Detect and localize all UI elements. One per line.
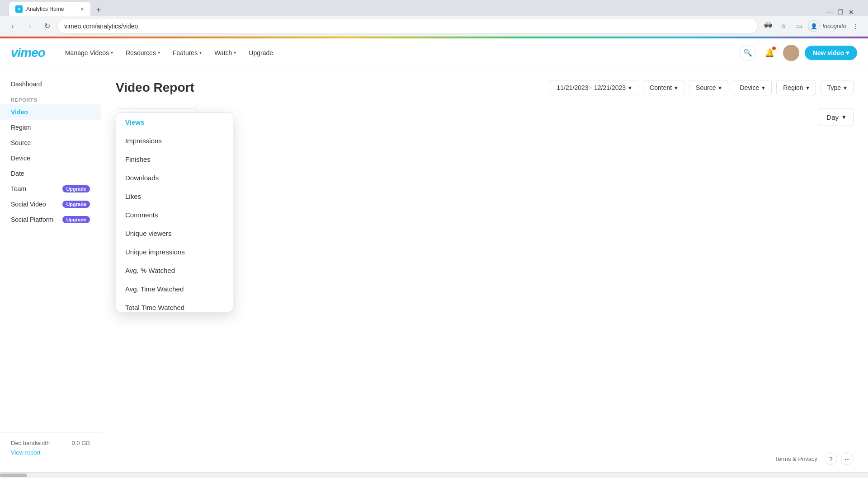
user-avatar[interactable] <box>783 45 799 61</box>
sidebar-item-team[interactable]: Team Upgrade <box>0 181 101 197</box>
bookmark-icon[interactable]: ☆ <box>777 20 790 33</box>
nav-manage-videos[interactable]: Manage Videos ▾ <box>60 46 118 60</box>
dropdown-item-avg-pct-watched[interactable]: Avg. % Watched <box>116 261 233 280</box>
page-header: Video Report 11/21/2023 - 12/21/2023 ▾ C… <box>116 80 854 95</box>
dropdown-item-downloads[interactable]: Downloads <box>116 169 233 187</box>
new-tab-button[interactable]: + <box>92 4 105 16</box>
device-filter[interactable]: Device ▾ <box>733 80 772 95</box>
nav-features[interactable]: Features ▾ <box>167 46 207 60</box>
chevron-down-icon: ▾ <box>111 50 113 55</box>
sidebar-item-video[interactable]: Video <box>0 104 101 120</box>
sidebar: Dashboard REPORTS Video Region Source De… <box>0 67 101 472</box>
chevron-down-icon: ▾ <box>806 84 809 91</box>
dropdown-item-unique-impressions[interactable]: Unique impressions <box>116 243 233 261</box>
chevron-down-icon: ▾ <box>234 50 236 55</box>
sidebar-icon[interactable]: ▭ <box>793 20 805 33</box>
help-icon[interactable]: ? <box>825 452 837 465</box>
tab-close-button[interactable]: × <box>80 5 84 13</box>
chevron-down-icon: ▾ <box>628 84 632 91</box>
new-video-button[interactable]: New video ▾ <box>805 46 857 60</box>
dropdown-item-avg-time-watched[interactable]: Avg. Time Watched <box>116 280 233 298</box>
bandwidth-value: 0.0 GB <box>72 440 90 446</box>
minimize-button[interactable]: — <box>826 8 834 16</box>
scrollbar-thumb[interactable] <box>0 474 27 477</box>
sidebar-item-social-video[interactable]: Social Video Upgrade <box>0 197 101 212</box>
upgrade-badge-social-platform[interactable]: Upgrade <box>62 216 90 223</box>
source-filter[interactable]: Source ▾ <box>689 80 728 95</box>
dropdown-item-total-time-watched[interactable]: Total Time Watched <box>116 298 233 312</box>
menu-icon[interactable]: ⋮ <box>849 20 862 33</box>
chevron-down-icon: ▾ <box>842 113 846 121</box>
chevron-down-icon: ▾ <box>762 84 765 91</box>
metric-dropdown-menu: Views Impressions Finishes Downloads Lik… <box>116 113 233 312</box>
time-granularity-dropdown[interactable]: Day ▾ <box>819 108 854 126</box>
bandwidth-label: Dec bandwidth <box>11 440 50 446</box>
sidebar-item-source[interactable]: Source <box>0 135 101 150</box>
dropdown-item-views[interactable]: Views <box>116 113 233 131</box>
sidebar-item-device[interactable]: Device <box>0 150 101 166</box>
nav-watch[interactable]: Watch ▾ <box>209 46 241 60</box>
close-button[interactable]: ✕ <box>847 8 855 16</box>
page-title: Video Report <box>116 80 194 95</box>
nav-resources[interactable]: Resources ▾ <box>120 46 165 60</box>
main-content: Video Report 11/21/2023 - 12/21/2023 ▾ C… <box>101 67 868 472</box>
back-button[interactable]: ‹ <box>6 20 19 33</box>
dropdown-item-unique-viewers[interactable]: Unique viewers <box>116 224 233 243</box>
region-filter[interactable]: Region ▾ <box>776 80 816 95</box>
dropdown-item-comments[interactable]: Comments <box>116 206 233 224</box>
profile-icon[interactable]: 👤 <box>808 20 820 32</box>
chevron-down-icon: ▾ <box>675 84 678 91</box>
chevron-down-icon: ▾ <box>158 50 160 55</box>
more-options-icon[interactable]: ··· <box>841 452 854 465</box>
chevron-down-icon: ▾ <box>199 50 202 55</box>
chevron-down-icon: ▾ <box>718 84 722 91</box>
horizontal-scrollbar[interactable] <box>0 472 868 478</box>
tab-title: Analytics Home <box>26 6 77 12</box>
type-filter[interactable]: Type ▾ <box>821 80 854 95</box>
footer-icons: ? ··· <box>825 452 854 465</box>
view-report-link[interactable]: View report <box>11 449 90 456</box>
notifications-button[interactable]: 🔔 <box>761 45 778 61</box>
dropdown-item-finishes[interactable]: Finishes <box>116 150 233 169</box>
content-filter[interactable]: Content ▾ <box>643 80 684 95</box>
site-header: vimeo Manage Videos ▾ Resources ▾ Featur… <box>0 38 868 67</box>
nav-upgrade[interactable]: Upgrade <box>243 46 278 60</box>
filter-bar: 11/21/2023 - 12/21/2023 ▾ Content ▾ Sour… <box>550 80 854 95</box>
vimeo-logo[interactable]: vimeo <box>11 46 45 60</box>
upgrade-badge-team[interactable]: Upgrade <box>62 185 90 192</box>
header-right: 🔍 🔔 New video ▾ <box>740 45 857 61</box>
search-button[interactable]: 🔍 <box>740 45 756 61</box>
date-filter[interactable]: 11/21/2023 - 12/21/2023 ▾ <box>550 80 638 95</box>
dropdown-scroll-area[interactable]: Views Impressions Finishes Downloads Lik… <box>116 113 233 312</box>
sidebar-footer: Dec bandwidth 0.0 GB View report <box>0 432 101 463</box>
incognito-icon: 🕶 <box>762 20 774 33</box>
forward-button[interactable]: › <box>24 20 36 33</box>
incognito-label: Incognito <box>822 23 846 29</box>
sidebar-item-date[interactable]: Date <box>0 166 101 181</box>
reports-section-label: REPORTS <box>0 92 101 104</box>
browser-tab[interactable]: V Analytics Home × <box>9 2 90 16</box>
notification-badge <box>772 47 776 50</box>
sidebar-item-region[interactable]: Region <box>0 120 101 135</box>
upgrade-badge-social-video[interactable]: Upgrade <box>62 201 90 208</box>
chevron-down-icon: ▾ <box>844 84 847 91</box>
sidebar-item-dashboard[interactable]: Dashboard <box>0 76 101 92</box>
dropdown-item-impressions[interactable]: Impressions <box>116 131 233 150</box>
tab-favicon: V <box>15 5 23 13</box>
maximize-button[interactable]: ❐ <box>836 8 844 16</box>
reload-button[interactable]: ↻ <box>41 20 53 33</box>
address-bar[interactable] <box>58 19 757 33</box>
dropdown-item-likes[interactable]: Likes <box>116 187 233 206</box>
terms-privacy-link[interactable]: Terms & Privacy <box>775 455 817 462</box>
sidebar-item-social-platform[interactable]: Social Platform Upgrade <box>0 212 101 227</box>
main-nav: Manage Videos ▾ Resources ▾ Features ▾ W… <box>60 46 740 60</box>
page-footer: Terms & Privacy ? ··· <box>775 452 854 465</box>
